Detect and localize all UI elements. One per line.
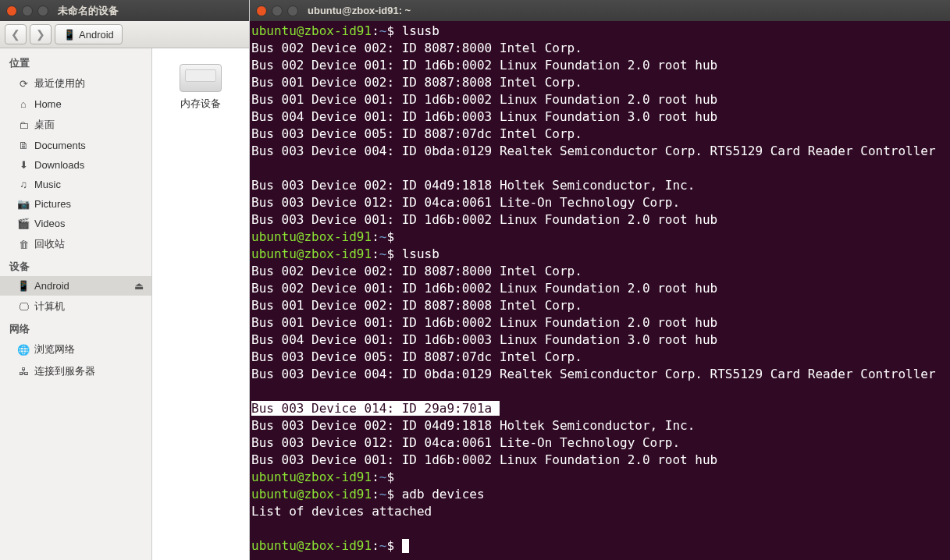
sidebar-item-places-1[interactable]: ⌂Home xyxy=(0,94,151,114)
terminal-line: Bus 004 Device 001: ID 1d6b:0003 Linux F… xyxy=(251,108,948,126)
sidebar-item-places-2[interactable]: 🗀桌面 xyxy=(0,114,151,136)
sidebar-heading-places: 位置 xyxy=(0,51,151,73)
terminal-line: ubuntu@zbox-id91:~$ lsusb xyxy=(251,23,948,40)
terminal-line: Bus 002 Device 001: ID 1d6b:0002 Linux F… xyxy=(251,280,948,297)
terminal-title: ubuntu@zbox-id91: ~ xyxy=(308,2,411,19)
terminal-line: Bus 001 Device 001: ID 1d6b:0002 Linux F… xyxy=(251,314,948,331)
file-manager-window: 未命名的设备 ❮ ❯ 📱 Android 位置 ⟳最近使用的⌂Home🗀桌面🗎D… xyxy=(0,0,250,560)
terminal-line: List of devices attached xyxy=(251,503,948,520)
terminal-line: Bus 003 Device 012: ID 04ca:0061 Lite-On… xyxy=(251,194,948,211)
maximize-icon[interactable] xyxy=(287,5,298,16)
file-manager-toolbar: ❮ ❯ 📱 Android xyxy=(0,21,249,48)
minimize-icon[interactable] xyxy=(272,5,283,16)
places-icon: 📷 xyxy=(17,198,30,210)
terminal-line: ubuntu@zbox-id91:~$ lsusb xyxy=(251,246,948,263)
drive-label[interactable]: 内存设备 xyxy=(180,97,221,111)
terminal-line: ubuntu@zbox-id91:~$ xyxy=(251,229,948,246)
devices-icon: 📱 xyxy=(17,280,30,292)
places-icon: 🗀 xyxy=(17,119,30,131)
places-icon: ⌂ xyxy=(17,98,30,110)
sidebar-item-places-5[interactable]: ♫Music xyxy=(0,175,151,194)
sidebar-item-label: Downloads xyxy=(34,159,84,171)
terminal-line: ubuntu@zbox-id91:~$ xyxy=(251,469,948,486)
minimize-icon[interactable] xyxy=(22,5,33,16)
places-icon: ⟳ xyxy=(17,78,30,90)
drive-icon[interactable] xyxy=(180,64,222,92)
close-icon[interactable] xyxy=(6,5,17,16)
file-manager-body: 位置 ⟳最近使用的⌂Home🗀桌面🗎Documents⬇Downloads♫Mu… xyxy=(0,48,249,560)
devices-icon: 🖵 xyxy=(17,301,30,313)
network-icon: 🖧 xyxy=(17,366,30,377)
places-icon: 🗎 xyxy=(17,140,30,151)
terminal-line: Bus 002 Device 001: ID 1d6b:0002 Linux F… xyxy=(251,57,948,74)
path-label: Android xyxy=(79,29,114,41)
sidebar-item-places-7[interactable]: 🎬Videos xyxy=(0,214,151,233)
terminal-line: Bus 002 Device 002: ID 8087:8000 Intel C… xyxy=(251,40,948,57)
sidebar-item-places-0[interactable]: ⟳最近使用的 xyxy=(0,73,151,94)
close-icon[interactable] xyxy=(256,5,267,16)
terminal-window: ubuntu@zbox-id91: ~ ubuntu@zbox-id91:~$ … xyxy=(250,0,950,560)
sidebar-item-label: Documents xyxy=(34,140,86,151)
terminal-line: ubuntu@zbox-id91:~$ xyxy=(251,537,948,555)
device-icon: 📱 xyxy=(63,29,76,41)
terminal-titlebar[interactable]: ubuntu@zbox-id91: ~ xyxy=(250,0,950,21)
sidebar-item-label: 浏览网络 xyxy=(34,342,75,356)
terminal-line: Bus 003 Device 005: ID 8087:07dc Intel C… xyxy=(251,349,948,366)
file-manager-content[interactable]: 内存设备 xyxy=(152,48,249,560)
sidebar-item-places-8[interactable]: 🗑回收站 xyxy=(0,233,151,255)
sidebar-item-devices-1[interactable]: 🖵计算机 xyxy=(0,296,151,317)
sidebar-item-label: 连接到服务器 xyxy=(34,364,95,378)
places-icon: 🗑 xyxy=(17,239,30,250)
sidebar-item-label: 桌面 xyxy=(34,118,55,132)
terminal-line xyxy=(251,520,948,537)
terminal-line: Bus 003 Device 001: ID 1d6b:0002 Linux F… xyxy=(251,452,948,469)
cursor-icon xyxy=(402,539,409,553)
sidebar-heading-devices: 设备 xyxy=(0,255,151,276)
terminal-line: Bus 003 Device 002: ID 04d9:1818 Holtek … xyxy=(251,417,948,434)
terminal-line: Bus 003 Device 001: ID 1d6b:0002 Linux F… xyxy=(251,211,948,229)
sidebar-item-label: 回收站 xyxy=(34,237,65,251)
eject-icon[interactable]: ⏏ xyxy=(134,280,144,292)
terminal-line: Bus 001 Device 002: ID 8087:8008 Intel C… xyxy=(251,297,948,314)
terminal-line xyxy=(251,383,948,400)
sidebar-item-places-3[interactable]: 🗎Documents xyxy=(0,136,151,155)
terminal-line: Bus 003 Device 002: ID 04d9:1818 Holtek … xyxy=(251,177,948,194)
terminal-line: ubuntu@zbox-id91:~$ adb devices xyxy=(251,486,948,503)
terminal-line: Bus 003 Device 012: ID 04ca:0061 Lite-On… xyxy=(251,434,948,452)
places-icon: ⬇ xyxy=(17,159,30,171)
terminal-body[interactable]: ubuntu@zbox-id91:~$ lsusbBus 002 Device … xyxy=(250,21,950,560)
terminal-line xyxy=(251,160,948,177)
terminal-line: Bus 001 Device 001: ID 1d6b:0002 Linux F… xyxy=(251,91,948,108)
sidebar-item-network-0[interactable]: 🌐浏览网络 xyxy=(0,338,151,360)
sidebar-item-label: 最近使用的 xyxy=(34,76,85,90)
sidebar-item-places-4[interactable]: ⬇Downloads xyxy=(0,155,151,175)
network-icon: 🌐 xyxy=(17,344,30,356)
places-icon: ♫ xyxy=(17,179,30,190)
sidebar-item-label: Videos xyxy=(34,218,66,229)
file-manager-titlebar[interactable]: 未命名的设备 xyxy=(0,0,249,21)
places-icon: 🎬 xyxy=(17,218,30,229)
terminal-line: Bus 003 Device 004: ID 0bda:0129 Realtek… xyxy=(251,366,948,383)
forward-button[interactable]: ❯ xyxy=(30,24,52,44)
terminal-line: Bus 003 Device 014: ID 29a9:701a xyxy=(251,400,948,417)
terminal-line: Bus 003 Device 004: ID 0bda:0129 Realtek… xyxy=(251,143,948,160)
back-button[interactable]: ❮ xyxy=(5,24,27,44)
sidebar-item-label: 计算机 xyxy=(34,299,65,314)
sidebar-heading-network: 网络 xyxy=(0,317,151,338)
sidebar-item-label: Android xyxy=(34,280,69,292)
terminal-line: Bus 001 Device 002: ID 8087:8008 Intel C… xyxy=(251,74,948,91)
terminal-line: Bus 003 Device 005: ID 8087:07dc Intel C… xyxy=(251,126,948,143)
path-breadcrumb[interactable]: 📱 Android xyxy=(55,24,123,44)
terminal-line: Bus 002 Device 002: ID 8087:8000 Intel C… xyxy=(251,263,948,280)
sidebar-item-network-1[interactable]: 🖧连接到服务器 xyxy=(0,360,151,382)
sidebar-item-places-6[interactable]: 📷Pictures xyxy=(0,194,151,214)
file-manager-sidebar: 位置 ⟳最近使用的⌂Home🗀桌面🗎Documents⬇Downloads♫Mu… xyxy=(0,48,152,560)
sidebar-item-label: Pictures xyxy=(34,198,71,210)
window-title: 未命名的设备 xyxy=(58,4,119,18)
terminal-line: Bus 004 Device 001: ID 1d6b:0003 Linux F… xyxy=(251,331,948,349)
sidebar-item-label: Home xyxy=(34,98,62,110)
sidebar-item-label: Music xyxy=(34,179,61,190)
sidebar-item-devices-0[interactable]: 📱Android⏏ xyxy=(0,276,151,296)
maximize-icon[interactable] xyxy=(37,5,48,16)
